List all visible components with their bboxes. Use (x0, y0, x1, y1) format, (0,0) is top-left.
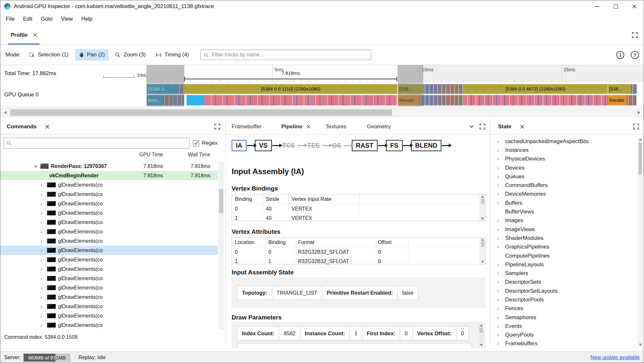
state-tree-item[interactable]: › ShaderModules (490, 234, 636, 242)
scrollbar-thumb[interactable] (479, 328, 483, 333)
table-scrollbar[interactable] (480, 238, 485, 264)
chevron-right-icon[interactable]: › (497, 200, 505, 206)
arrow-up-icon[interactable] (639, 138, 642, 141)
expander-icon[interactable] (41, 248, 46, 253)
stage-button[interactable]: FS (386, 140, 403, 151)
arrow-down-icon[interactable] (639, 344, 642, 346)
timing-mode-button[interactable]: Timing (4) (152, 49, 193, 61)
chevron-right-icon[interactable]: › (497, 173, 505, 180)
state-tree-item[interactable]: › DescriptorSets (490, 278, 636, 287)
state-tree-item[interactable]: › QueryPools (490, 331, 636, 339)
command-row[interactable]: glDrawElements(co (0, 180, 218, 190)
regex-option[interactable]: Regex (193, 140, 217, 146)
stage-button[interactable]: BLEND (411, 140, 442, 151)
section-scrollbar[interactable] (478, 323, 484, 347)
timeline-slice-group[interactable] (423, 84, 463, 94)
expander-icon[interactable] (41, 257, 46, 262)
state-tree-item[interactable]: › Semaphores (490, 313, 636, 322)
command-row[interactable]: glDrawElements(co (0, 283, 218, 292)
timeline-slice-draws[interactable] (204, 95, 397, 105)
arrow-up-icon[interactable] (481, 195, 484, 198)
command-row[interactable]: RenderPass: 12970367 7.818ms 7.818ms (0, 162, 218, 171)
stage-button[interactable]: GS (330, 141, 343, 151)
tab-profile[interactable]: Profile (8, 25, 40, 44)
tab-pipeline[interactable]: Pipeline (281, 123, 311, 130)
arrow-up-icon[interactable] (480, 324, 483, 327)
zoom-mode-button[interactable]: Zoom (3) (111, 49, 149, 61)
expander-icon[interactable] (41, 210, 46, 216)
command-row[interactable]: glDrawElements(co (0, 218, 218, 227)
chevron-right-icon[interactable]: › (497, 147, 505, 153)
command-row[interactable]: glDrawElements(co (0, 208, 218, 218)
chevron-right-icon[interactable]: › (497, 217, 505, 224)
expander-icon[interactable] (41, 285, 46, 290)
timeline-slice-renderpass-1110[interactable]: [5384 0 0 1110] (2280x1080) (184, 84, 397, 94)
command-row[interactable]: glDrawElements(co (0, 246, 218, 255)
state-tree-item[interactable]: › DescriptorSetLayouts (490, 287, 636, 295)
state-tree-item[interactable]: › Buffers (490, 199, 636, 207)
state-tree-item[interactable]: › PipelineLayouts (490, 260, 636, 269)
minimize-button[interactable] (588, 0, 606, 13)
chevron-right-icon[interactable]: › (497, 226, 505, 233)
expander-icon[interactable] (41, 304, 46, 309)
timeline-slice-render-sub[interactable]: Render (608, 95, 627, 105)
expander-icon[interactable] (41, 220, 46, 225)
expander-icon[interactable] (41, 191, 46, 197)
timeline-slice-clear[interactable] (187, 95, 204, 105)
state-tree-item[interactable]: › Fences (490, 304, 636, 313)
update-available-link[interactable]: New update available (591, 355, 640, 360)
commands-search-input[interactable] (4, 138, 189, 149)
maximize-button[interactable] (606, 0, 625, 13)
arrow-up-icon[interactable] (481, 239, 484, 241)
expand-icon[interactable] (632, 32, 638, 38)
state-tree-item[interactable]: › Devices (490, 163, 636, 172)
chevron-right-icon[interactable]: › (497, 340, 505, 347)
tab-framebuffer[interactable]: Framebuffer (232, 123, 261, 130)
table-row[interactable]: 0 40 VERTEX (232, 204, 485, 213)
menu-item[interactable]: Help (77, 14, 97, 25)
chevron-right-icon[interactable]: › (497, 332, 505, 338)
table-scrollbar[interactable] (480, 194, 485, 221)
timeline-horizontal-scrollbar[interactable] (0, 108, 644, 117)
timeline-slice-renderpass-4672[interactable]: [5384 0 0 4672] (2280x1080) (463, 84, 608, 94)
timeline-slice-group[interactable] (423, 95, 463, 105)
scrollbar-thumb[interactable] (481, 242, 485, 247)
expander-icon[interactable] (41, 276, 46, 281)
selection-mode-button[interactable]: Selection (1) (25, 49, 72, 61)
close-button[interactable] (625, 0, 644, 13)
state-tree-item[interactable]: › GraphicsPipelines (490, 243, 636, 251)
info-icon[interactable] (616, 51, 625, 59)
state-tree-item[interactable]: › Queues (490, 172, 636, 181)
scroll-left-button[interactable] (1, 108, 10, 117)
regex-checkbox[interactable] (193, 140, 199, 146)
arrow-down-icon[interactable] (481, 261, 484, 263)
chevron-right-icon[interactable]: › (497, 305, 505, 312)
scrollbar-thumb[interactable] (639, 142, 642, 174)
state-tree-item[interactable]: › CommandBuffers (490, 181, 636, 190)
stage-button[interactable]: RAST (352, 140, 378, 151)
expander-icon[interactable] (41, 238, 46, 244)
chevron-right-icon[interactable]: › (497, 288, 505, 294)
expander-icon[interactable] (41, 201, 46, 206)
state-tree-item[interactable]: › Events (490, 322, 636, 330)
chevron-right-icon[interactable]: › (497, 314, 505, 321)
table-row[interactable]: 1 1 R32G32B32_SFLOAT 0 (232, 257, 485, 264)
scroll-right-button[interactable] (634, 108, 643, 117)
chevron-right-icon[interactable]: › (497, 261, 505, 268)
stage-button[interactable]: TES (305, 141, 322, 151)
state-tree-item[interactable]: › BufferViews (490, 207, 636, 216)
arrow-down-icon[interactable] (481, 218, 484, 220)
expander-icon[interactable] (41, 182, 46, 188)
chevron-right-icon[interactable]: › (497, 156, 505, 162)
menu-item[interactable]: File (2, 14, 19, 25)
chevron-right-icon[interactable]: › (497, 323, 505, 329)
expander-icon[interactable] (41, 294, 46, 300)
close-panel-button[interactable] (45, 124, 50, 129)
command-row[interactable]: glDrawElements(co (0, 302, 218, 311)
state-tree-item[interactable]: › Framebuffers (490, 339, 636, 348)
command-row[interactable]: glDrawElements(co (0, 311, 218, 320)
chevron-right-icon[interactable]: › (497, 279, 505, 285)
tab-geometry[interactable]: Geometry (367, 123, 391, 130)
stage-button[interactable]: TCS (280, 141, 297, 151)
state-tree-item[interactable]: › ImageViews (490, 225, 636, 234)
